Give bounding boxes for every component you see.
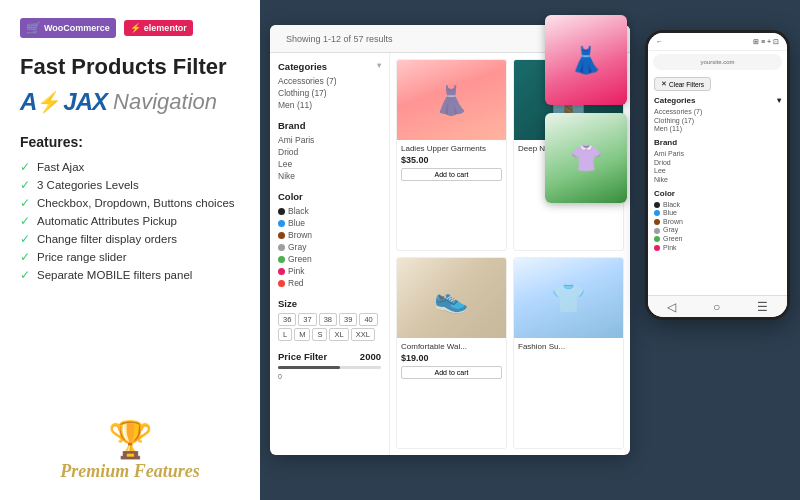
mobile-color-black[interactable]: Black bbox=[654, 201, 781, 208]
features-list: ✓ Fast Ajax ✓ 3 Categories Levels ✓ Chec… bbox=[20, 160, 240, 282]
right-panel: Showing 1-12 of 57 results ✕ Clear Filte… bbox=[260, 0, 800, 500]
mobile-color-section: Color Black Blue Brown Gray Green bbox=[654, 189, 781, 251]
brand-driod[interactable]: Driod bbox=[278, 147, 381, 157]
size-label: Size bbox=[278, 298, 297, 309]
category-accessories[interactable]: Accessories (7) bbox=[278, 76, 381, 86]
mobile-color-pink[interactable]: Pink bbox=[654, 244, 781, 251]
mobile-url-bar[interactable]: yoursite.com bbox=[653, 54, 782, 70]
product-name-4: Fashion Su... bbox=[518, 342, 619, 351]
price-range-bar[interactable] bbox=[278, 366, 381, 369]
size-S[interactable]: S bbox=[312, 328, 327, 341]
mobile-dot-brown bbox=[654, 219, 660, 225]
feature-item-attributes: ✓ Automatic Attributes Pickup bbox=[20, 214, 240, 228]
mobile-cat-accessories[interactable]: Accessories (7) bbox=[654, 108, 781, 115]
mobile-brand-lee[interactable]: Lee bbox=[654, 167, 781, 174]
product-image-3: 👟 bbox=[397, 258, 506, 338]
color-label: Color bbox=[278, 191, 303, 202]
mobile-brand-nike[interactable]: Nike bbox=[654, 176, 781, 183]
color-dot-black bbox=[278, 208, 285, 215]
price-min: 0 bbox=[278, 373, 282, 380]
product-name-3: Comfortable Wal... bbox=[401, 342, 502, 351]
premium-badge: 🏆 Premium Features bbox=[20, 409, 240, 482]
product-figure-4: 👕 bbox=[551, 282, 586, 315]
size-XL[interactable]: XL bbox=[329, 328, 348, 341]
mobile-brand-section: Brand Ami Paris Driod Lee Nike bbox=[654, 138, 781, 183]
mobile-x-icon: ✕ bbox=[661, 80, 667, 88]
category-clothing[interactable]: Clothing (17) bbox=[278, 88, 381, 98]
mobile-dot-green bbox=[654, 236, 660, 242]
mobile-clear-filters[interactable]: ✕ Clear Filters bbox=[654, 77, 711, 91]
color-blue[interactable]: Blue bbox=[278, 218, 381, 228]
color-black[interactable]: Black bbox=[278, 206, 381, 216]
size-XXL[interactable]: XXL bbox=[351, 328, 375, 341]
features-title: Features: bbox=[20, 134, 240, 150]
check-icon-6: ✓ bbox=[20, 250, 30, 264]
thumb-green: 👚 bbox=[545, 113, 627, 203]
color-red[interactable]: Red bbox=[278, 278, 381, 288]
product-thumbnails: 👗 👚 bbox=[545, 15, 635, 203]
mobile-categories-title: Categories ▾ bbox=[654, 96, 781, 105]
mobile-brand-ami[interactable]: Ami Paris bbox=[654, 150, 781, 157]
mobile-cat-label: Categories bbox=[654, 96, 695, 105]
size-37[interactable]: 37 bbox=[298, 313, 316, 326]
color-pink[interactable]: Pink bbox=[278, 266, 381, 276]
feature-item-checkbox: ✓ Checkbox, Dropdown, Buttons choices bbox=[20, 196, 240, 210]
color-dot-green bbox=[278, 256, 285, 263]
brand-nike[interactable]: Nike bbox=[278, 171, 381, 181]
feature-item-mobile: ✓ Separate MOBILE filters panel bbox=[20, 268, 240, 282]
mobile-color-gray[interactable]: Gray bbox=[654, 226, 781, 233]
color-gray[interactable]: Gray bbox=[278, 242, 381, 252]
mobile-dot-pink bbox=[654, 245, 660, 251]
mobile-color-green[interactable]: Green bbox=[654, 235, 781, 242]
categories-title: Categories ▾ bbox=[278, 61, 381, 72]
mobile-brand-driod[interactable]: Driod bbox=[654, 159, 781, 166]
feature-label-5: Change filter display orders bbox=[37, 233, 177, 245]
woo-icon: 🛒 bbox=[26, 21, 41, 35]
color-section: Color Black Blue Brown Gray Gr bbox=[278, 191, 381, 288]
price-value: 2000 bbox=[360, 351, 381, 362]
mobile-cat-clothing[interactable]: Clothing (17) bbox=[654, 117, 781, 124]
color-dot-pink bbox=[278, 268, 285, 275]
premium-label: Premium Features bbox=[60, 461, 200, 482]
color-brown[interactable]: Brown bbox=[278, 230, 381, 240]
add-to-cart-button-1[interactable]: Add to cart bbox=[401, 168, 502, 181]
categories-section: Categories ▾ Accessories (7) Clothing (1… bbox=[278, 61, 381, 110]
product-figure-3: 👟 bbox=[434, 282, 469, 315]
size-38[interactable]: 38 bbox=[319, 313, 337, 326]
brand-ami[interactable]: Ami Paris bbox=[278, 135, 381, 145]
mobile-status-bar: ← ⊞ ≡ + ⊡ bbox=[648, 33, 787, 51]
mobile-clear-label: Clear Filters bbox=[669, 81, 704, 88]
mobile-mockup: ← ⊞ ≡ + ⊡ yoursite.com ✕ Clear Filters C… bbox=[645, 30, 790, 320]
brand-lee[interactable]: Lee bbox=[278, 159, 381, 169]
color-dot-red bbox=[278, 280, 285, 287]
size-36[interactable]: 36 bbox=[278, 313, 296, 326]
mobile-nav-menu[interactable]: ☰ bbox=[757, 300, 768, 314]
price-title: Price Filter 2000 bbox=[278, 351, 381, 362]
mobile-color-title: Color bbox=[654, 189, 781, 198]
feature-label-7: Separate MOBILE filters panel bbox=[37, 269, 192, 281]
size-M[interactable]: M bbox=[294, 328, 310, 341]
size-39[interactable]: 39 bbox=[339, 313, 357, 326]
mobile-color-blue[interactable]: Blue bbox=[654, 209, 781, 216]
color-dot-brown bbox=[278, 232, 285, 239]
size-40[interactable]: 40 bbox=[359, 313, 377, 326]
trophy-icon: 🏆 bbox=[108, 419, 153, 461]
mobile-cat-chevron: ▾ bbox=[777, 96, 781, 105]
brand-logos-row: 🛒 WooCommerce ⚡ elementor bbox=[20, 18, 240, 38]
mobile-categories-section: Categories ▾ Accessories (7) Clothing (1… bbox=[654, 96, 781, 132]
mobile-nav-home[interactable]: ○ bbox=[713, 300, 720, 314]
category-men[interactable]: Men (11) bbox=[278, 100, 381, 110]
add-to-cart-button-3[interactable]: Add to cart bbox=[401, 366, 502, 379]
mobile-cat-men[interactable]: Men (11) bbox=[654, 125, 781, 132]
mobile-color-brown[interactable]: Brown bbox=[654, 218, 781, 225]
product-info-1: Ladies Upper Garments $35.00 Add to cart bbox=[397, 140, 506, 185]
price-section: Price Filter 2000 0 bbox=[278, 351, 381, 380]
color-green[interactable]: Green bbox=[278, 254, 381, 264]
mobile-nav-back[interactable]: ◁ bbox=[667, 300, 676, 314]
mobile-back-icon[interactable]: ← bbox=[656, 38, 663, 45]
feature-label-1: Fast Ajax bbox=[37, 161, 84, 173]
size-L[interactable]: L bbox=[278, 328, 292, 341]
product-card-1: 👗 Ladies Upper Garments $35.00 Add to ca… bbox=[396, 59, 507, 251]
feature-label-2: 3 Categories Levels bbox=[37, 179, 139, 191]
feature-item-ajax: ✓ Fast Ajax bbox=[20, 160, 240, 174]
